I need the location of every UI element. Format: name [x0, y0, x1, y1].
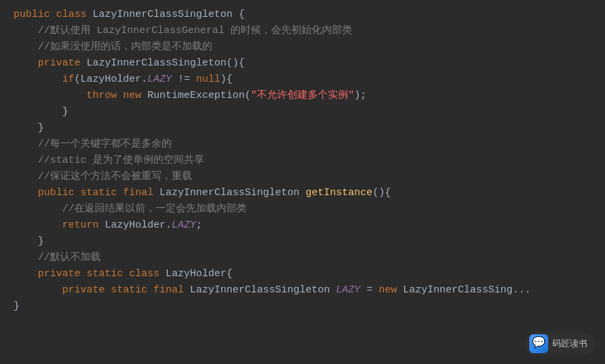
- watermark-icon: 💬: [529, 334, 548, 353]
- watermark-text: 码匠读书: [552, 337, 587, 351]
- code-line: if(LazyHolder.LAZY != null){: [0, 72, 605, 88]
- code-line: //默认使用 LazyInnerClassGeneral 的时候，会先初始化内部…: [0, 23, 605, 39]
- code-editor: public class LazyInnerClassSingleton { /…: [0, 0, 605, 364]
- code-line: //如果没使用的话，内部类是不加载的: [0, 39, 605, 55]
- code-line: }: [0, 120, 605, 136]
- code-line: private static final LazyInnerClassSingl…: [0, 282, 605, 298]
- code-line: //默认不加载: [0, 250, 605, 266]
- code-line: }: [0, 234, 605, 250]
- code-line: //static 是为了使单例的空间共享: [0, 153, 605, 169]
- code-line: private static class LazyHolder{: [0, 266, 605, 282]
- code-line: //在返回结果以前，一定会先加载内部类: [0, 201, 605, 217]
- code-content: public class LazyInnerClassSingleton { /…: [0, 7, 605, 315]
- code-line: private LazyInnerClassSingleton(){: [0, 55, 605, 72]
- code-line: throw new RuntimeException("不允许创建多个实例");: [0, 88, 605, 104]
- code-line: //每一个关键字都不是多余的: [0, 136, 605, 153]
- code-line: public static final LazyInnerClassSingle…: [0, 185, 605, 201]
- code-line: }: [0, 298, 605, 315]
- code-line: return LazyHolder.LAZY;: [0, 217, 605, 234]
- code-line: }: [0, 104, 605, 120]
- code-line: //保证这个方法不会被重写，重载: [0, 169, 605, 185]
- code-line: public class LazyInnerClassSingleton {: [0, 7, 605, 23]
- watermark: 💬 码匠读书: [525, 332, 594, 356]
